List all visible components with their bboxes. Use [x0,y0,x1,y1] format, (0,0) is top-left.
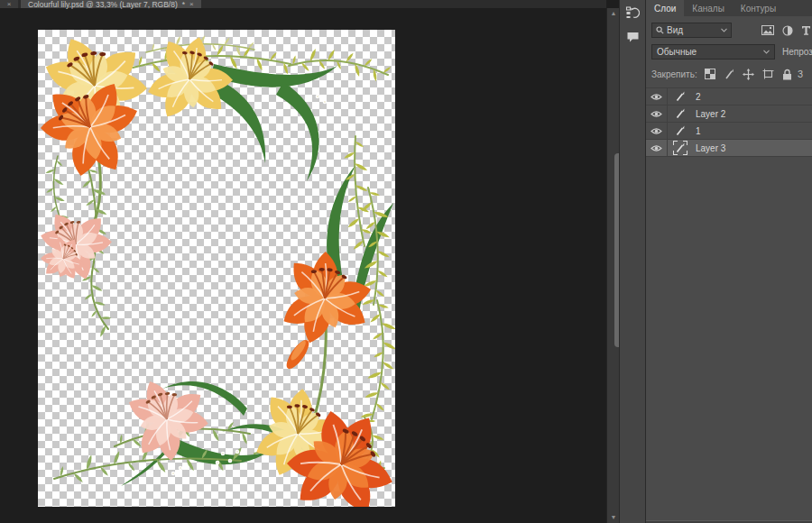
chevron-down-icon [763,50,770,54]
visibility-toggle[interactable] [646,106,668,122]
eye-icon [651,144,662,152]
layer-row[interactable]: 2 [646,88,812,106]
layer-filter-value: Вид [667,25,683,35]
eye-icon [651,127,662,135]
layer-row[interactable]: 1 [646,123,812,140]
lock-artboard-icon[interactable] [762,69,774,79]
layer-row[interactable]: Layer 2 [646,106,812,123]
blend-mode-select[interactable]: Обычные [651,44,775,60]
tab-close-icon[interactable]: × [189,0,194,9]
lock-label: Закрепить: [651,69,697,79]
blend-mode-value: Обычные [657,47,697,57]
lock-position-icon[interactable] [743,69,754,80]
canvas-workspace: × Colourful lily.psd @ 33,3% (Layer 7, R… [0,0,606,523]
document-title: Colourful lily.psd @ 33,3% (Layer 7, RGB… [28,0,178,9]
visibility-toggle[interactable] [646,140,668,156]
type-layer-filter-icon[interactable] [801,25,811,35]
lock-buttons [705,69,792,80]
visibility-toggle[interactable] [646,123,668,139]
tab-paths[interactable]: Контуры [733,0,784,16]
layer-thumbnail[interactable] [673,124,687,138]
layer-thumbnail[interactable] [673,141,687,155]
document-modified-marker: * [182,0,185,9]
opacity-label: Непрозра [782,47,812,57]
canvas-artwork [38,30,395,507]
visibility-toggle[interactable] [646,88,668,105]
panel-tab-bar: Слои Каналы Контуры [646,0,812,16]
layer-row-selected[interactable]: Layer 3 [646,140,812,157]
layer-name: 1 [696,126,701,136]
document-tab[interactable]: Colourful lily.psd @ 33,3% (Layer 7, RGB… [21,0,201,8]
blend-mode-row: Обычные Непрозра [646,44,812,60]
partial-tab-close-icon[interactable]: × [0,0,18,8]
layer-filter-dropdown[interactable]: Вид [651,23,732,38]
search-icon [656,26,664,34]
layer-list: 2 Layer 2 [646,87,812,157]
layer-name: Layer 2 [696,109,725,119]
document-tab-bar: × Colourful lily.psd @ 33,3% (Layer 7, R… [0,0,606,8]
filter-type-buttons [761,25,811,36]
tab-channels[interactable]: Каналы [684,0,733,16]
pixel-layer-filter-icon[interactable] [761,25,774,35]
brush-thumbnail-icon [675,91,686,102]
chevron-down-icon [721,28,727,32]
notes-panel-icon[interactable] [625,30,640,44]
lock-row: Закрепить: [646,67,812,81]
panel-dock-strip [619,0,646,523]
layer-name: 2 [696,92,701,102]
tab-layers[interactable]: Слои [646,0,684,16]
layer-name: Layer 3 [696,143,725,153]
lock-pixels-icon[interactable] [724,69,734,79]
lock-all-icon[interactable] [782,69,792,80]
eye-icon [651,93,662,101]
document-canvas[interactable] [38,30,395,507]
eye-icon [651,110,662,118]
layer-thumbnail[interactable] [673,89,687,104]
adjustment-layer-filter-icon[interactable] [782,25,793,36]
history-panel-icon[interactable] [625,5,640,20]
brush-thumbnail-icon [675,125,686,136]
vertical-scrollbar[interactable]: ▲ ▼ [606,8,619,523]
scroll-up-icon[interactable]: ▲ [607,9,620,18]
brush-thumbnail-icon [675,142,686,153]
scroll-down-icon[interactable]: ▼ [607,513,620,522]
layer-thumbnail[interactable] [673,106,687,121]
layer-filter-row: Вид [646,23,812,38]
fill-label: З [798,69,803,79]
lock-transparency-icon[interactable] [705,69,715,79]
layers-panel: Слои Каналы Контуры Вид [646,0,812,523]
brush-thumbnail-icon [675,108,686,119]
